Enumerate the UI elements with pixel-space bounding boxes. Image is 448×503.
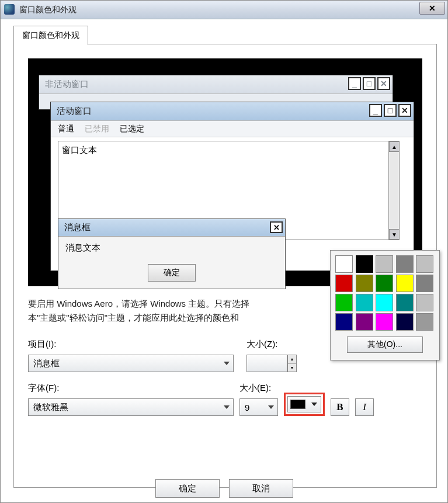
chevron-down-icon (268, 405, 274, 409)
color-swatch[interactable] (335, 294, 353, 311)
col-color (284, 393, 325, 416)
menu-item-normal[interactable]: 普通 (58, 124, 74, 134)
color-swatch[interactable] (396, 294, 414, 311)
tab-panel: 非活动窗口 _ □ ✕ 活动窗口 _ □ (13, 44, 437, 488)
color-swatch[interactable] (356, 294, 373, 311)
titlebar: 窗口颜色和外观 ✕ (1, 1, 447, 19)
size1-spinner[interactable]: ▲ ▼ (287, 355, 297, 372)
preview-menu-bar: 普通 已禁用 已选定 (51, 121, 414, 137)
size1-combobox[interactable] (246, 355, 287, 372)
preview-inactive-titlebar: 非活动窗口 _ □ ✕ (39, 75, 393, 94)
menu-item-disabled: 已禁用 (85, 124, 109, 134)
color-swatch[interactable] (396, 255, 414, 273)
cancel-button[interactable]: 取消 (229, 479, 293, 498)
chevron-down-icon (311, 403, 317, 406)
color-swatch[interactable] (396, 275, 414, 292)
preview-active-title: 活动窗口 (57, 106, 92, 117)
color-swatch[interactable] (416, 255, 433, 273)
color-swatch[interactable] (416, 313, 433, 331)
scroll-up-icon[interactable]: ▲ (389, 141, 400, 152)
col-item: 项目(I): 消息框 (28, 339, 234, 372)
maximize-icon: □ (363, 77, 376, 90)
messagebox-text: 消息文本 (58, 237, 285, 261)
item-value: 消息框 (33, 358, 60, 369)
close-button[interactable]: ✕ (419, 2, 445, 15)
label-font: 字体(F): (28, 383, 234, 394)
dialog-body: 窗口颜色和外观 非活动窗口 _ □ ✕ (1, 19, 447, 502)
color-swatch[interactable] (335, 313, 353, 331)
font-color-swatch (290, 400, 305, 409)
ok-button[interactable]: 确定 (155, 479, 220, 498)
close-icon: ✕ (398, 104, 411, 117)
font-color-highlight (284, 393, 325, 416)
col-font: 字体(F): 微软雅黑 (28, 383, 234, 416)
color-swatch[interactable] (376, 294, 393, 311)
col-size2: 大小(E): 9 (239, 383, 278, 416)
bold-button[interactable]: B (331, 398, 349, 416)
color-swatch[interactable] (356, 255, 373, 273)
color-swatch[interactable] (416, 275, 433, 292)
preview-inactive-buttons: _ □ ✕ (348, 77, 390, 90)
scrollbar[interactable]: ▲ ▼ (388, 141, 399, 240)
minimize-icon: _ (369, 104, 382, 117)
chevron-down-icon (224, 362, 230, 365)
preview-window-text: 窗口文本 (62, 145, 97, 155)
app-icon (4, 4, 15, 15)
col-size1: 大小(Z): ▲ ▼ (246, 339, 297, 372)
size2-combobox[interactable]: 9 (239, 398, 278, 416)
color-swatch[interactable] (416, 294, 433, 311)
color-swatch[interactable] (335, 275, 353, 292)
dialog-window: 窗口颜色和外观 ✕ 窗口颜色和外观 非活动窗口 _ □ ✕ (0, 0, 448, 503)
item-combobox[interactable]: 消息框 (28, 355, 234, 372)
messagebox-close-icon: ✕ (270, 221, 283, 233)
close-icon: ✕ (377, 77, 390, 90)
description-line1: 要启用 Windows Aero，请选择 Windows 主题。只有选择 (28, 299, 249, 308)
preview-inactive-title: 非活动窗口 (45, 79, 89, 90)
maximize-icon: □ (384, 104, 397, 117)
font-value: 微软雅黑 (33, 402, 68, 413)
spin-down-icon[interactable]: ▼ (288, 364, 296, 372)
color-swatch[interactable] (356, 275, 373, 292)
messagebox-ok-button[interactable]: 确定 (148, 264, 196, 282)
window-title: 窗口颜色和外观 (19, 5, 77, 15)
messagebox-titlebar: 消息框 ✕ (58, 219, 285, 237)
menu-item-selected[interactable]: 已选定 (120, 124, 144, 134)
tab-strip: 窗口颜色和外观 (13, 25, 437, 44)
preview-active-buttons: _ □ ✕ (369, 104, 411, 117)
messagebox-title: 消息框 (64, 222, 91, 233)
preview-active-titlebar: 活动窗口 _ □ ✕ (51, 102, 414, 121)
preview-active-window[interactable]: 活动窗口 _ □ ✕ 普通 已禁用 已选定 窗口文 (50, 102, 414, 271)
label-item: 项目(I): (28, 339, 234, 350)
color-swatch[interactable] (356, 313, 373, 331)
label-size2: 大小(E): (239, 383, 278, 394)
minimize-icon: _ (348, 77, 361, 90)
color-swatch[interactable] (376, 313, 393, 331)
color-swatch-grid (335, 255, 435, 331)
messagebox-button-row: 确定 (58, 261, 285, 289)
italic-button[interactable]: I (355, 398, 374, 416)
col-italic: I (355, 398, 374, 416)
scroll-down-icon[interactable]: ▼ (389, 229, 400, 240)
size2-value: 9 (245, 403, 249, 412)
font-combobox[interactable]: 微软雅黑 (28, 398, 234, 416)
color-picker-flyout: 其他(O)... (330, 250, 440, 360)
spin-up-icon[interactable]: ▲ (288, 355, 296, 364)
tab-appearance[interactable]: 窗口颜色和外观 (13, 26, 88, 45)
preview-messagebox[interactable]: 消息框 ✕ 消息文本 确定 (58, 218, 286, 289)
label-size1: 大小(Z): (246, 339, 297, 350)
font-color-dropdown[interactable] (287, 396, 321, 412)
color-swatch[interactable] (335, 255, 353, 273)
color-swatch[interactable] (376, 275, 393, 292)
chevron-down-icon (224, 405, 230, 409)
other-colors-button[interactable]: 其他(O)... (347, 337, 423, 353)
dialog-button-bar: 确定 取消 (1, 479, 447, 498)
color-swatch[interactable] (396, 313, 414, 331)
description-line2: 本"主题或"轻松访问"主题，才能应用此处选择的颜色和 (28, 313, 239, 322)
color-swatch[interactable] (376, 255, 393, 273)
col-bold: B (331, 398, 349, 416)
row-font: 字体(F): 微软雅黑 大小(E): 9 (28, 383, 422, 416)
